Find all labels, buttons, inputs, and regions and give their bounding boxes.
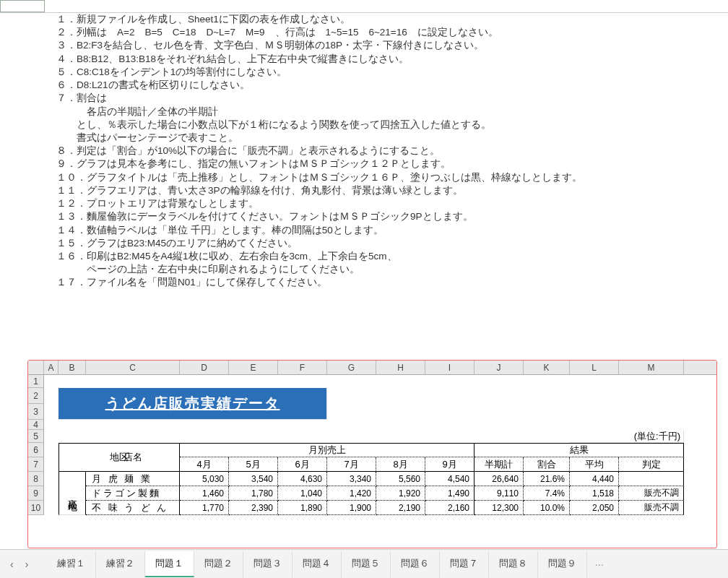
sheet-tabs-bar: ‹ › 練習１練習２問題１問題２問題３問題４問題５問題６問題７問題８問題９… bbox=[0, 549, 728, 578]
cell-r0-c0: 5,030 bbox=[180, 472, 229, 486]
row-header-7[interactable]: 7 bbox=[28, 457, 44, 472]
tab-more-icon[interactable]: … bbox=[587, 551, 611, 577]
row-header-5[interactable]: 5 bbox=[28, 430, 44, 443]
region-a: 高松地 bbox=[58, 472, 86, 515]
hdr-month-0: 4月 bbox=[180, 457, 229, 472]
half-2: 12,300 bbox=[474, 501, 524, 515]
sheet-tab-10[interactable]: 問題９ bbox=[538, 551, 587, 577]
column-headers: ABCDEFGHIJKLM bbox=[28, 361, 716, 375]
sheet-tab-8[interactable]: 問題７ bbox=[440, 551, 489, 577]
judge-2: 販売不調 bbox=[619, 501, 684, 515]
hdr-ratio: 割合 bbox=[524, 457, 570, 472]
col-header-C[interactable]: C bbox=[86, 361, 180, 374]
sheet-tab-4[interactable]: 問題３ bbox=[243, 551, 292, 577]
cell-r1-c3: 1,420 bbox=[327, 486, 376, 501]
cell-r0-c5: 4,540 bbox=[425, 472, 474, 486]
col-header-J[interactable]: J bbox=[474, 361, 524, 374]
row-header-8[interactable]: 8 bbox=[28, 472, 44, 486]
row-header-9[interactable]: 9 bbox=[28, 486, 44, 501]
sheet-tab-9[interactable]: 問題８ bbox=[489, 551, 538, 577]
cell-r2-c5: 2,160 bbox=[425, 501, 474, 515]
cell-r1-c0: 1,460 bbox=[180, 486, 229, 501]
cell-r0-c2: 4,630 bbox=[278, 472, 327, 486]
sheet-tab-6[interactable]: 問題５ bbox=[342, 551, 391, 577]
sheet-tab-5[interactable]: 問題４ bbox=[292, 551, 342, 577]
col-header-B[interactable]: B bbox=[58, 361, 86, 374]
row-header-10[interactable]: 10 bbox=[28, 501, 44, 515]
store-2: 不 味 う ど ん bbox=[86, 501, 180, 515]
sheet-tab-2[interactable]: 問題１ bbox=[145, 551, 194, 577]
row-header-4[interactable]: 4 bbox=[28, 420, 44, 430]
col-header-F[interactable]: F bbox=[278, 361, 327, 374]
hdr-results: 結果 bbox=[474, 443, 684, 457]
half-0: 26,640 bbox=[474, 472, 524, 486]
cell-r0-c4: 5,560 bbox=[376, 472, 425, 486]
cell-r1-c2: 1,040 bbox=[278, 486, 327, 501]
col-header-M[interactable]: M bbox=[619, 361, 684, 374]
spreadsheet-preview: ABCDEFGHIJKLM 12345678910 うどん店販売実績データ(単位… bbox=[27, 360, 717, 548]
cell-r1-c5: 1,490 bbox=[425, 486, 474, 501]
hdr-judge: 判定 bbox=[619, 457, 684, 472]
sheet-tab-3[interactable]: 問題２ bbox=[194, 551, 243, 577]
avg-0: 4,440 bbox=[570, 472, 619, 486]
col-header-D[interactable]: D bbox=[180, 361, 229, 374]
instructions-text: １．新規ファイルを作成し、Sheet1に下図の表を作成しなさい。 ２．列幅は A… bbox=[0, 13, 728, 290]
col-header-G[interactable]: G bbox=[327, 361, 376, 374]
sheet-tab-7[interactable]: 問題６ bbox=[391, 551, 440, 577]
col-header-I[interactable]: I bbox=[425, 361, 474, 374]
col-header-L[interactable]: L bbox=[570, 361, 619, 374]
tab-prev-icon[interactable]: ‹ bbox=[6, 557, 18, 571]
store-1: ドラゴン製麵 bbox=[86, 486, 180, 501]
row-header-2[interactable]: 2 bbox=[28, 388, 44, 404]
name-box[interactable] bbox=[0, 0, 45, 12]
table-title: うどん店販売実績データ bbox=[58, 388, 327, 420]
judge-0 bbox=[619, 472, 684, 486]
col-header-A[interactable]: A bbox=[44, 361, 58, 374]
tab-next-icon[interactable]: › bbox=[21, 557, 33, 571]
hdr-month-1: 5月 bbox=[229, 457, 278, 472]
sheet-tab-1[interactable]: 練習２ bbox=[96, 551, 145, 577]
ratio-1: 7.4% bbox=[524, 486, 570, 501]
cell-r2-c3: 1,900 bbox=[327, 501, 376, 515]
hdr-monthly: 月別売上 bbox=[180, 443, 474, 457]
hdr-half: 半期計 bbox=[474, 457, 524, 472]
avg-1: 1,518 bbox=[570, 486, 619, 501]
col-header-E[interactable]: E bbox=[229, 361, 278, 374]
row-header-6[interactable]: 6 bbox=[28, 443, 44, 457]
ratio-0: 21.6% bbox=[524, 472, 570, 486]
half-1: 9,110 bbox=[474, 486, 524, 501]
cell-r2-c0: 1,770 bbox=[180, 501, 229, 515]
hdr-store: 店名 bbox=[86, 443, 180, 472]
sheet-tab-0[interactable]: 練習１ bbox=[47, 551, 96, 577]
cells-area: うどん店販売実績データ(単位:千円)地区店名月別売上結果4月5月6月7月8月9月… bbox=[44, 375, 716, 548]
judge-1: 販売不調 bbox=[619, 486, 684, 501]
hdr-avg: 平均 bbox=[570, 457, 619, 472]
avg-2: 2,050 bbox=[570, 501, 619, 515]
col-header-H[interactable]: H bbox=[376, 361, 425, 374]
tab-nav: ‹ › bbox=[6, 557, 32, 571]
hdr-month-3: 7月 bbox=[327, 457, 376, 472]
cell-r1-c4: 1,920 bbox=[376, 486, 425, 501]
row-header-3[interactable]: 3 bbox=[28, 404, 44, 420]
hdr-month-4: 8月 bbox=[376, 457, 425, 472]
cell-r0-c1: 3,540 bbox=[229, 472, 278, 486]
cell-r2-c4: 2,190 bbox=[376, 501, 425, 515]
ratio-2: 10.0% bbox=[524, 501, 570, 515]
hdr-month-5: 9月 bbox=[425, 457, 474, 472]
row-header-1[interactable]: 1 bbox=[28, 375, 44, 388]
store-0: 月 虎 麺 業 bbox=[86, 472, 180, 486]
row-headers: 12345678910 bbox=[28, 375, 44, 515]
col-header-K[interactable]: K bbox=[524, 361, 570, 374]
unit-label: (単位:千円) bbox=[570, 430, 684, 443]
cell-r1-c1: 1,780 bbox=[229, 486, 278, 501]
cell-r2-c2: 1,890 bbox=[278, 501, 327, 515]
cell-r0-c3: 3,340 bbox=[327, 472, 376, 486]
hdr-month-2: 6月 bbox=[278, 457, 327, 472]
cell-r2-c1: 2,390 bbox=[229, 501, 278, 515]
